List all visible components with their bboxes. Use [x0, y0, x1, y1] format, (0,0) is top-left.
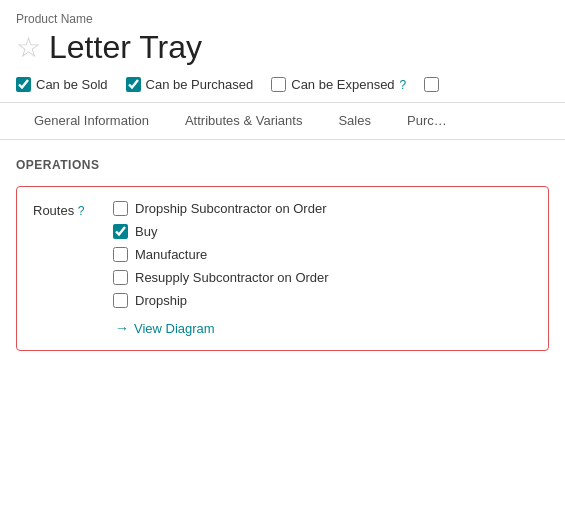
- tabs-row: General Information Attributes & Variant…: [0, 102, 565, 140]
- route-checkbox-manufacture[interactable]: [113, 247, 128, 262]
- can-be-sold-label: Can be Sold: [36, 77, 108, 92]
- can-be-expensed-checkbox-item: Can be Expensed ?: [271, 77, 406, 92]
- route-label-dropship-subcontractor: Dropship Subcontractor on Order: [135, 201, 326, 216]
- tab-attributes-variants[interactable]: Attributes & Variants: [167, 103, 321, 140]
- view-diagram-label: View Diagram: [134, 321, 215, 336]
- can-be-purchased-checkbox-item: Can be Purchased: [126, 77, 254, 92]
- main-content: OPERATIONS Routes ? Dropship Subcontract…: [16, 140, 549, 351]
- operations-box: Routes ? Dropship Subcontractor on Order…: [16, 186, 549, 351]
- can-be-expensed-help-icon[interactable]: ?: [400, 78, 407, 92]
- tab-purchase[interactable]: Purc…: [389, 103, 465, 140]
- can-be-sold-checkbox-item: Can be Sold: [16, 77, 108, 92]
- route-item-buy: Buy: [113, 224, 329, 239]
- can-be-purchased-checkbox[interactable]: [126, 77, 141, 92]
- view-diagram-link[interactable]: → View Diagram: [113, 320, 329, 336]
- route-checkbox-dropship-subcontractor[interactable]: [113, 201, 128, 216]
- route-item-resupply-subcontractor: Resupply Subcontractor on Order: [113, 270, 329, 285]
- favorite-star-icon[interactable]: ☆: [16, 34, 41, 62]
- can-be-expensed-label: Can be Expensed: [291, 77, 394, 92]
- routes-label: Routes ?: [33, 201, 93, 336]
- operations-section-title: OPERATIONS: [16, 158, 549, 172]
- route-item-dropship-subcontractor: Dropship Subcontractor on Order: [113, 201, 329, 216]
- page-container: Product Name ☆ Letter Tray Can be Sold C…: [0, 0, 565, 351]
- route-item-dropship: Dropship: [113, 293, 329, 308]
- can-be-purchased-label: Can be Purchased: [146, 77, 254, 92]
- route-checkbox-dropship[interactable]: [113, 293, 128, 308]
- tab-general-information[interactable]: General Information: [16, 103, 167, 140]
- extra-checkbox-item: [424, 77, 439, 92]
- route-label-dropship: Dropship: [135, 293, 187, 308]
- can-be-expensed-checkbox[interactable]: [271, 77, 286, 92]
- route-label-buy: Buy: [135, 224, 157, 239]
- product-title: Letter Tray: [49, 30, 202, 65]
- routes-list: Dropship Subcontractor on Order Buy Manu…: [113, 201, 329, 336]
- route-label-resupply-subcontractor: Resupply Subcontractor on Order: [135, 270, 329, 285]
- routes-help-icon[interactable]: ?: [78, 204, 85, 218]
- route-checkbox-buy[interactable]: [113, 224, 128, 239]
- route-checkbox-resupply-subcontractor[interactable]: [113, 270, 128, 285]
- product-title-row: ☆ Letter Tray: [16, 30, 549, 65]
- route-item-manufacture: Manufacture: [113, 247, 329, 262]
- checkboxes-row: Can be Sold Can be Purchased Can be Expe…: [16, 77, 549, 102]
- can-be-sold-checkbox[interactable]: [16, 77, 31, 92]
- extra-checkbox[interactable]: [424, 77, 439, 92]
- product-name-label: Product Name: [16, 12, 549, 26]
- tab-sales[interactable]: Sales: [320, 103, 389, 140]
- route-label-manufacture: Manufacture: [135, 247, 207, 262]
- arrow-right-icon: →: [115, 320, 129, 336]
